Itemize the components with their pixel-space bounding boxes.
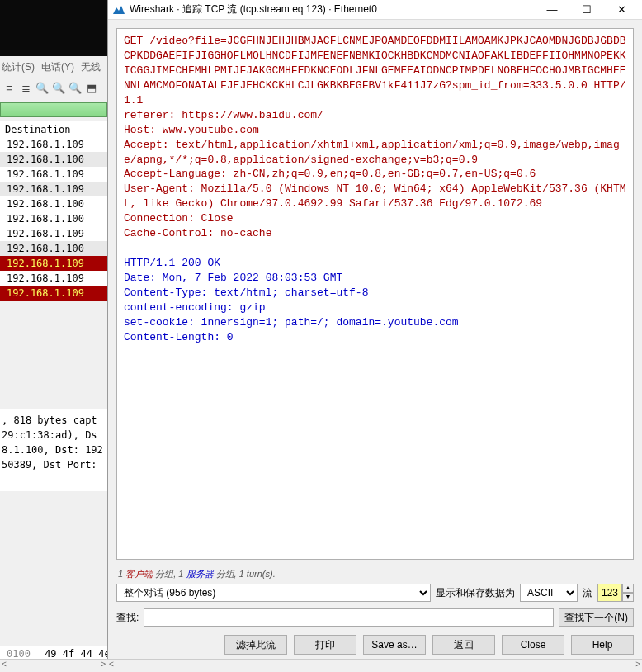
packet-row[interactable]: 192.168.1.109 [0, 137, 107, 152]
detail-line: 50389, Dst Port: [2, 457, 106, 472]
print-button[interactable]: 打印 [294, 635, 356, 655]
detail-line: 29:c1:38:ad), Ds [2, 428, 106, 442]
menu-stats[interactable]: 统计(S) [2, 60, 35, 74]
display-save-label: 显示和保存数据为 [436, 586, 515, 600]
packet-list[interactable]: 192.168.1.109192.168.1.100192.168.1.1091… [0, 137, 107, 301]
wireshark-icon [111, 2, 126, 17]
response-line: Date: Mon, 7 Feb 2022 08:03:53 GMT [124, 271, 626, 286]
find-label: 查找: [116, 611, 139, 625]
packet-row[interactable]: 192.168.1.109 [0, 182, 107, 196]
save-as-button[interactable]: Save as… [363, 635, 426, 655]
response-line: HTTP/1.1 200 OK [124, 256, 626, 271]
zoom-in-icon[interactable]: 🔍 [35, 80, 50, 95]
find-input[interactable] [144, 608, 554, 627]
request-line: User-Agent: Mozilla/5.0 (Windows NT 10.0… [124, 182, 626, 211]
request-line: referer: https://www.baidu.com/ [124, 108, 626, 123]
packet-row[interactable]: 192.168.1.109 [0, 286, 107, 301]
request-line: Cache-Control: no-cache [124, 226, 626, 241]
menu-phone[interactable]: 电话(Y) [41, 60, 74, 74]
menu-wireless[interactable]: 无线 [81, 60, 101, 74]
packet-bytes-dark-area [0, 0, 107, 56]
stats-line: 1 客户端 分组, 1 服务器 分组, 1 turn(s). [118, 568, 632, 580]
follow-tcp-stream-dialog: Wireshark · 追踪 TCP 流 (tcp.stream eq 123)… [107, 0, 642, 659]
request-line: GET /video?file=JCGFHNJEHJHBMJACFLCNMEJP… [124, 34, 626, 108]
packet-row[interactable]: 192.168.1.100 [0, 241, 107, 256]
spin-up-icon[interactable]: ▲ [622, 584, 634, 593]
packet-row[interactable]: 192.168.1.109 [0, 226, 107, 241]
filter-bar[interactable] [0, 102, 107, 117]
stream-label: 流 [583, 586, 592, 600]
close-window-button[interactable]: ✕ [604, 0, 639, 20]
controls-row-1: 整个对话 (956 bytes) 显示和保存数据为 ASCII 流 ▲ ▼ [108, 580, 642, 605]
detail-line: 8.1.100, Dst: 192 [2, 442, 106, 457]
list-icon[interactable]: ≡ [2, 80, 17, 95]
packet-details[interactable]: , 818 bytes capt 29:c1:38:ad), Ds8.1.100… [0, 409, 107, 491]
spin-down-icon[interactable]: ▼ [622, 593, 634, 602]
zoom-out-icon[interactable]: 🔍 [51, 80, 66, 95]
menu-bar-partial: 统计(S) 电话(Y) 无线 [0, 56, 107, 78]
response-line: Content-Type: text/html; charset=utf-8 [124, 286, 626, 301]
titlebar: Wireshark · 追踪 TCP 流 (tcp.stream eq 123)… [108, 0, 642, 20]
conversation-combo[interactable]: 整个对话 (956 bytes) [116, 584, 431, 602]
stream-content[interactable]: GET /video?file=JCGFHNJEHJHBMJACFLCNMEJP… [116, 28, 634, 560]
scrollbar-right[interactable]: <> [107, 659, 642, 672]
column-header-destination[interactable]: Destination [0, 121, 107, 139]
response-line: Content-Length: 0 [124, 330, 626, 345]
help-button[interactable]: Help [571, 635, 634, 655]
filter-out-button[interactable]: 滤掉此流 [224, 635, 287, 655]
stream-number-spinner[interactable]: ▲ ▼ [597, 584, 634, 602]
maximize-button[interactable]: ☐ [569, 0, 604, 20]
packet-row[interactable]: 192.168.1.100 [0, 152, 107, 167]
button-row: 滤掉此流 打印 Save as… 返回 Close Help [108, 630, 642, 660]
packet-row[interactable]: 192.168.1.109 [0, 256, 107, 271]
request-line: Connection: Close [124, 211, 626, 226]
align-icon[interactable]: ≣ [18, 80, 33, 95]
response-line: content-encoding: gzip [124, 301, 626, 315]
packet-row[interactable]: 192.168.1.100 [0, 211, 107, 226]
request-line: Accept: text/html,application/xhtml+xml,… [124, 138, 626, 168]
detail-line: , 818 bytes capt [2, 413, 106, 428]
packet-row[interactable]: 192.168.1.109 [0, 271, 107, 286]
response-line: set-cookie: innersign=1; path=/; domain=… [124, 315, 626, 330]
stream-number-input[interactable] [597, 584, 622, 602]
minimize-button[interactable]: — [535, 0, 569, 20]
zoom-reset-icon[interactable]: 🔍 [68, 80, 83, 95]
encoding-combo[interactable]: ASCII [520, 584, 578, 602]
close-button[interactable]: Close [502, 635, 564, 655]
request-line: Host: www.youtube.com [124, 123, 626, 138]
window-title: Wireshark · 追踪 TCP 流 (tcp.stream eq 123)… [130, 2, 535, 17]
controls-row-2: 查找: 查找下一个(N) [108, 605, 642, 630]
find-next-button[interactable]: 查找下一个(N) [559, 608, 634, 627]
packet-row[interactable]: 192.168.1.109 [0, 167, 107, 182]
request-line: Accept-Language: zh-CN,zh;q=0.9,en;q=0.8… [124, 167, 626, 182]
resize-icon[interactable]: ⬒ [84, 80, 99, 95]
packet-row[interactable]: 192.168.1.100 [0, 196, 107, 211]
hex-address: 0100 [7, 648, 31, 660]
toolbar-partial: ≡ ≣ 🔍 🔍 🔍 ⬒ [0, 78, 107, 97]
back-button[interactable]: 返回 [432, 635, 495, 655]
scrollbar-left[interactable]: <> [0, 659, 107, 672]
